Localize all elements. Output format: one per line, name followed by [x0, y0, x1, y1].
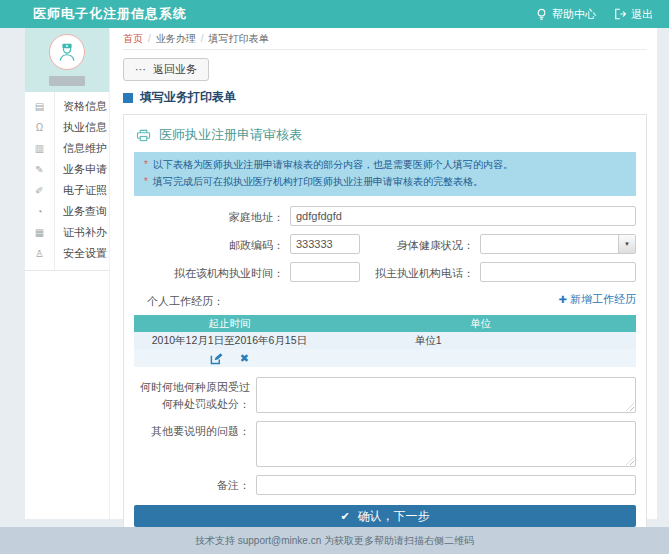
add-work-experience-label: 新增工作经历	[570, 292, 636, 307]
doctor-icon	[56, 41, 78, 63]
user-name-placeholder	[49, 76, 85, 86]
sidebar-item-security-settings[interactable]: ♙ 安全设置	[25, 243, 109, 264]
breadcrumb-home[interactable]: 首页	[123, 32, 143, 46]
form-panel: 医师执业注册申请审核表 *以下表格为医师执业注册申请审核表的部分内容，也是需要医…	[123, 114, 647, 538]
practice-time-label: 拟在该机构执业时间：	[134, 262, 290, 281]
avatar[interactable]	[49, 34, 85, 70]
period-cell: 2010年12月1日至2016年6月15日	[134, 332, 325, 349]
certificate-icon: ▦	[25, 227, 54, 238]
main-area: 首页 / 业务办理 / 填写打印表单 ⋯ 返回业务 填写业务打印表单	[110, 28, 657, 519]
sidebar-item-info-maintenance[interactable]: ▥ 信息维护	[25, 138, 109, 159]
table-row: 2010年12月1日至2016年6月15日 单位1	[134, 332, 636, 349]
notice-line: *以下表格为医师执业注册申请审核表的部分内容，也是需要医师个人填写的内容。	[144, 157, 626, 174]
form-title: 医师执业注册申请审核表	[159, 126, 302, 144]
unit-column-header: 单位	[325, 315, 636, 332]
postal-health-row: 邮政编码： 身体健康状况： ▼	[134, 234, 636, 254]
header-actions: 帮助中心 退出	[536, 7, 653, 22]
other-notes-row: 其他要说明的问题：	[134, 421, 636, 467]
breadcrumb-current-page: 填写打印表单	[209, 32, 269, 46]
unit-cell: 单位1	[325, 332, 636, 349]
remark-input[interactable]	[256, 475, 636, 495]
work-experience-label: 个人工作经历：	[134, 290, 230, 309]
sidebar-item-certificate-reissue[interactable]: ▦ 证书补办	[25, 222, 109, 243]
breadcrumb-separator: /	[201, 33, 204, 44]
square-bullet-icon	[123, 93, 133, 103]
content-wrapper: ▤ 资格信息 Ω 执业信息 ▥ 信息维护 ✎ 业务申请 ✐ 电子证照	[25, 28, 657, 519]
page-title: 填写业务打印表单	[123, 89, 647, 106]
plus-icon: ✚	[559, 294, 567, 305]
sidebar-item-qualification-info[interactable]: ▤ 资格信息	[25, 96, 109, 117]
confirm-next-button[interactable]: ✔ 确认，下一步	[134, 505, 636, 527]
app-window: 医师电子化注册信息系统 帮助中心 退出	[0, 0, 669, 554]
practice-time-phone-row: 拟在该机构执业时间： 拟主执业机构电话：	[134, 262, 636, 282]
document-icon: ▤	[25, 101, 54, 112]
sidebar-item-business-application[interactable]: ✎ 业务申请	[25, 159, 109, 180]
footer-text: 技术支持 support@minke.cn 为获取更多帮助请扫描右侧二维码	[195, 534, 474, 548]
sidebar-item-business-query[interactable]: ◔ 业务查询	[25, 201, 109, 222]
top-header: 医师电子化注册信息系统 帮助中心 退出	[0, 0, 669, 28]
pencil-icon: ✎	[25, 164, 54, 175]
home-address-input[interactable]	[290, 206, 636, 226]
edit-row-button[interactable]	[210, 352, 223, 365]
breadcrumb-business-handling[interactable]: 业务办理	[156, 32, 196, 46]
table-header-row: 起止时间 单位	[134, 315, 636, 332]
chevron-down-icon[interactable]: ▼	[618, 235, 635, 253]
headset-icon: Ω	[25, 122, 54, 133]
work-experience-table: 起止时间 单位 2010年12月1日至2016年6月15日 单位1	[134, 315, 636, 367]
health-status-label: 身体健康状况：	[360, 234, 480, 253]
asterisk-icon: *	[144, 176, 148, 187]
period-column-header: 起止时间	[134, 315, 325, 332]
license-icon: ✐	[25, 185, 54, 196]
page-title-text: 填写业务打印表单	[140, 89, 236, 106]
printer-icon	[136, 129, 151, 142]
edit-icon	[210, 352, 223, 365]
application-form: 家庭地址： 邮政编码： 身体健康状况： ▼ 拟在该机构执业时间：	[134, 206, 636, 527]
confirm-next-label: 确认，下一步	[358, 508, 430, 525]
form-title-row: 医师执业注册申请审核表	[134, 123, 636, 152]
return-business-label: 返回业务	[153, 62, 197, 77]
delete-row-button[interactable]: ✖	[240, 352, 249, 365]
check-icon: ✔	[340, 510, 349, 523]
remark-label: 备注：	[134, 475, 256, 494]
user-profile-box	[25, 28, 109, 92]
punishment-textarea[interactable]	[256, 377, 636, 413]
lightbulb-icon	[536, 8, 547, 21]
home-address-label: 家庭地址：	[134, 206, 290, 225]
home-address-row: 家庭地址：	[134, 206, 636, 226]
remark-row: 备注：	[134, 475, 636, 495]
org-phone-label: 拟主执业机构电话：	[360, 262, 480, 281]
help-center-label: 帮助中心	[552, 7, 596, 22]
breadcrumb-separator: /	[148, 33, 151, 44]
asterisk-icon: *	[144, 159, 148, 170]
sidebar-menu: ▤ 资格信息 Ω 执业信息 ▥ 信息维护 ✎ 业务申请 ✐ 电子证照	[25, 92, 109, 271]
postal-code-label: 邮政编码：	[134, 234, 290, 253]
breadcrumb: 首页 / 业务办理 / 填写打印表单	[123, 28, 647, 50]
person-icon: ♙	[25, 248, 54, 259]
notice-box: *以下表格为医师执业注册申请审核表的部分内容，也是需要医师个人填写的内容。 *填…	[134, 152, 636, 196]
delete-x-icon: ✖	[240, 352, 249, 365]
notice-line: *填写完成后可在拟执业医疗机构打印医师执业注册申请审核表的完整表格。	[144, 174, 626, 191]
other-notes-label: 其他要说明的问题：	[134, 421, 256, 440]
logout-label: 退出	[631, 7, 653, 22]
sidebar-item-practice-info[interactable]: Ω 执业信息	[25, 117, 109, 138]
punishment-row: 何时何地何种原因受过何种处罚或处分：	[134, 377, 636, 413]
sidebar: ▤ 资格信息 Ω 执业信息 ▥ 信息维护 ✎ 业务申请 ✐ 电子证照	[25, 28, 110, 519]
page-footer: 技术支持 support@minke.cn 为获取更多帮助请扫描右侧二维码	[0, 527, 669, 554]
other-notes-textarea[interactable]	[256, 421, 636, 467]
practice-time-input[interactable]	[290, 262, 360, 282]
health-status-select[interactable]: ▼	[480, 234, 636, 254]
logout-link[interactable]: 退出	[614, 7, 653, 22]
pie-chart-icon: ◔	[25, 206, 54, 217]
return-business-button[interactable]: ⋯ 返回业务	[123, 58, 209, 81]
add-work-experience-link[interactable]: ✚ 新增工作经历	[559, 292, 636, 307]
ellipsis-icon: ⋯	[135, 64, 146, 75]
table-action-row: ✖	[134, 349, 636, 367]
postal-code-input[interactable]	[290, 234, 360, 254]
help-center-link[interactable]: 帮助中心	[536, 7, 596, 22]
punishment-label: 何时何地何种原因受过何种处罚或处分：	[134, 377, 256, 412]
org-phone-input[interactable]	[480, 262, 636, 282]
work-experience-row: 个人工作经历： ✚ 新增工作经历	[134, 290, 636, 309]
logout-icon	[614, 8, 626, 20]
sidebar-item-electronic-license[interactable]: ✐ 电子证照	[25, 180, 109, 201]
app-title: 医师电子化注册信息系统	[33, 5, 187, 23]
